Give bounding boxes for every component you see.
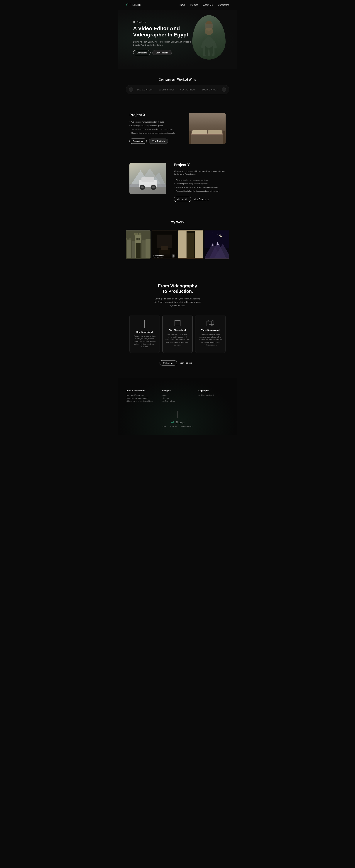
car-illustration (129, 163, 166, 194)
svg-rect-4 (191, 135, 223, 144)
my-work-title: My Work (126, 220, 229, 224)
footer-bottom-nav: Home About Me Portfolio Projects (126, 425, 229, 427)
project-x-portfolio-button[interactable]: View Portfolio (149, 138, 168, 144)
svg-point-43 (207, 234, 208, 234)
castle-illustration (126, 230, 151, 259)
svg-rect-6 (223, 131, 225, 144)
hero-contact-button[interactable]: Contact Me (133, 50, 151, 55)
hero-section: Hi, I'm Amiin A Video Editor And Videogr… (118, 10, 237, 69)
footer-nav-about[interactable]: About Me (162, 397, 193, 399)
project-y-content: Project Y We value your time and ethic, … (174, 163, 226, 202)
social-proof-4: SOCIAL PROOF (202, 89, 218, 91)
nav-about[interactable]: About Me (203, 4, 213, 6)
logo-text: El Logo (132, 3, 141, 6)
footer-bottom-home[interactable]: Home (162, 425, 166, 427)
footer-nav-portfolio[interactable]: Portfolio Projects (162, 400, 193, 402)
footer: Contact Information Email: gmail@gmail.c… (118, 378, 237, 435)
from-video-contact-button[interactable]: Contact Me (160, 360, 177, 366)
photography-expand-button[interactable]: + (171, 254, 175, 258)
companies-slider: ‹ SOCIAL PROOF SOCIAL PROOF SOCIAL PROOF… (126, 85, 229, 94)
line-icon (142, 319, 148, 329)
svg-point-49 (220, 234, 223, 236)
footer-copyrights-title: Copyrights (198, 390, 229, 392)
project-x-image (189, 113, 226, 144)
slider-next-button[interactable]: › (222, 88, 226, 92)
svg-line-61 (211, 324, 214, 326)
footer-address: Address: Egypt, El Nargles Buildings (126, 400, 157, 402)
project-y-image-inner (129, 163, 166, 194)
hero-title: A Video Editor And Videographer In Egypt… (133, 25, 192, 38)
project-x-item-2: Knowledgeable and personable guides (129, 124, 181, 127)
two-dimensional-icon (165, 319, 190, 327)
door-illustration (178, 230, 203, 259)
work-item-door[interactable] (178, 230, 203, 259)
footer-bottom: El Logo Home About Me Portfolio Projects (126, 411, 229, 427)
svg-rect-25 (136, 233, 138, 235)
dimension-2-title: Two Dimensional (165, 329, 190, 331)
svg-rect-5 (190, 131, 191, 144)
project-y-item-3: Sustainable tourism that benefits local … (174, 186, 226, 189)
social-proof-3: SOCIAL PROOF (180, 89, 196, 91)
hero-content: Hi, I'm Amiin A Video Editor And Videogr… (133, 21, 192, 55)
slider-items: SOCIAL PROOF SOCIAL PROOF SOCIAL PROOF S… (137, 89, 218, 91)
nav-contact[interactable]: Contact Me (218, 4, 229, 6)
footer-nav-home[interactable]: Home (162, 394, 193, 396)
dimension-3-title: Three Dimensional (198, 329, 222, 331)
from-video-view-link[interactable]: View Projects → (180, 362, 195, 364)
navbar: El Logo Home Projects About Me Contact M… (118, 0, 237, 10)
project-x-item-4: Opportunities to form lasting connection… (129, 131, 181, 135)
svg-rect-33 (157, 235, 172, 248)
footer-bottom-about[interactable]: About Me (170, 425, 177, 427)
dimension-card-3: Three Dimensional This is for high level… (195, 315, 226, 353)
companies-title: Companies I Worked With: (126, 78, 229, 82)
hero-buttons: Contact Me View Portfolio (133, 50, 192, 55)
svg-point-16 (141, 186, 144, 188)
arrow-right-icon: → (207, 198, 209, 200)
dimension-card-2: Two Dimensional If you want clients to b… (162, 315, 193, 353)
work-item-mountain[interactable] (204, 230, 229, 259)
dimension-1-title: One Dimensional (133, 331, 157, 333)
svg-point-47 (227, 235, 227, 236)
dimension-2-desc: If you want clients to be able to see av… (165, 333, 190, 346)
project-x-section: Project X We prioritize human connection… (118, 102, 237, 155)
footer-grid: Contact Information Email: gmail@gmail.c… (126, 390, 229, 403)
from-video-view-label: View Projects (180, 362, 192, 364)
project-x-content: Project X We prioritize human connection… (129, 113, 181, 144)
footer-nav-title: Navigate (162, 390, 193, 392)
svg-rect-31 (138, 238, 140, 240)
project-y-contact-button[interactable]: Contact Me (174, 196, 191, 202)
svg-rect-30 (136, 238, 138, 240)
hero-portfolio-button[interactable]: View Portfolio (152, 50, 172, 55)
nav-home[interactable]: Home (179, 4, 185, 6)
slider-prev-button[interactable]: ‹ (129, 88, 133, 92)
svg-point-44 (213, 232, 213, 233)
project-x-list: We prioritize human connection in tours … (129, 120, 181, 135)
companies-section: Companies I Worked With: ‹ SOCIAL PROOF … (118, 69, 237, 102)
three-dimensional-icon (198, 319, 222, 327)
work-item-castle[interactable] (126, 230, 151, 259)
project-y-section: Project Y We value your time and ethic, … (118, 155, 237, 209)
cube-icon (206, 319, 215, 327)
footer-divider (178, 411, 178, 418)
svg-rect-38 (178, 231, 187, 258)
svg-rect-13 (141, 177, 154, 182)
view-projects-label: View Projects (194, 198, 206, 200)
from-video-title: From Videography To Production. (129, 283, 226, 294)
arrow-right-icon-2: → (193, 362, 195, 364)
svg-line-59 (207, 320, 209, 321)
svg-rect-3 (208, 130, 222, 134)
svg-rect-24 (134, 233, 136, 235)
project-x-image-inner (189, 113, 226, 144)
square-icon (174, 319, 181, 327)
logo[interactable]: El Logo (126, 3, 141, 7)
footer-email: Email: gmail@gmail.com (126, 394, 157, 396)
project-y-view-link[interactable]: View Projects → (194, 198, 209, 200)
work-item-photography[interactable]: Photography Taking photos + (152, 230, 177, 259)
project-x-contact-button[interactable]: Contact Me (129, 138, 147, 144)
logo-icon (126, 3, 131, 7)
project-x-title: Project X (129, 113, 181, 117)
footer-bottom-portfolio[interactable]: Portfolio Projects (181, 425, 193, 427)
mountain-illustration (204, 230, 229, 259)
nav-projects[interactable]: Projects (190, 4, 198, 6)
project-y-list: We prioritize human connection in tours … (174, 178, 226, 193)
